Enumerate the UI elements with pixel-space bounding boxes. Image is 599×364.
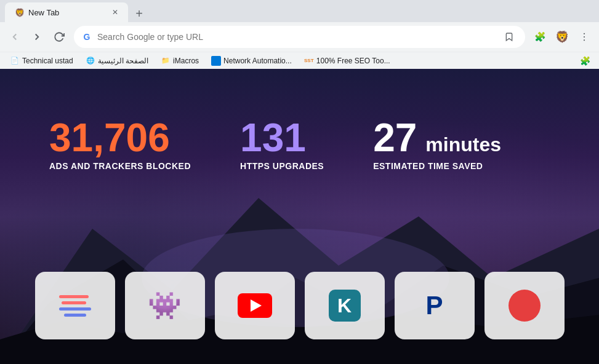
tile-icon-reeder — [506, 287, 543, 324]
menu-icon — [579, 31, 590, 42]
menu-button[interactable] — [574, 27, 594, 47]
bookmark-icon-2: 🌐 — [86, 56, 95, 66]
reeder-icon — [509, 290, 541, 322]
lines-icon — [59, 295, 91, 317]
search-input[interactable] — [97, 32, 496, 42]
tile-icon-1 — [57, 287, 94, 324]
quick-access-grid: 👾 K P — [35, 272, 565, 339]
bookmark-network-auto[interactable]: Network Automatio... — [206, 55, 297, 67]
bookmark-technical-ustad[interactable]: 📄 Technical ustad — [5, 55, 78, 67]
bookmark-icon-4 — [211, 56, 221, 66]
bookmark-icon[interactable] — [501, 28, 518, 46]
stats-section: 31,706 Ads and Trackers Blocked 131 HTTP… — [49, 118, 501, 171]
stat-unit-time: minutes — [425, 133, 501, 156]
tab-bar: 🦁 New Tab ✕ + — [0, 0, 599, 22]
stat-number-time-row: 27 minutes — [373, 118, 501, 161]
reload-icon — [54, 31, 65, 42]
tile-icon-paypal: P — [416, 287, 453, 324]
active-tab[interactable]: 🦁 New Tab ✕ — [5, 2, 128, 22]
bookmark-seo-tools[interactable]: SST 100% Free SEO Too... — [299, 55, 395, 67]
stat-label-https: HTTPS Upgrades — [240, 161, 324, 171]
svg-point-1 — [584, 36, 585, 38]
bookmark-label-3: iMacros — [173, 57, 199, 65]
main-content: 31,706 Ads and Trackers Blocked 131 HTTP… — [0, 69, 599, 364]
forward-icon — [31, 31, 42, 42]
stat-label-ads: Ads and Trackers Blocked — [49, 161, 191, 171]
quick-tile-2[interactable]: 👾 — [125, 272, 205, 339]
quick-tile-klarna[interactable]: K — [305, 272, 385, 339]
stat-number-time: 27 — [373, 118, 417, 157]
bookmark-label-1: Technical ustad — [22, 57, 73, 65]
quick-tile-youtube[interactable] — [215, 272, 295, 339]
quick-tile-reeder[interactable] — [484, 272, 565, 339]
quick-tile-paypal[interactable]: P — [395, 272, 475, 339]
tab-title: New Tab — [28, 8, 59, 17]
stat-number-https: 131 — [240, 118, 324, 157]
bookmark-icon-1: 📄 — [10, 56, 20, 66]
paypal-p: P — [425, 291, 443, 320]
klarna-icon: K — [329, 290, 361, 322]
stat-label-time: Estimated Time Saved — [373, 161, 501, 171]
extensions-bar-icon: 🧩 — [580, 56, 590, 66]
back-button[interactable] — [5, 27, 25, 47]
bookmark-icon-3: 📁 — [161, 56, 171, 66]
google-logo: G — [81, 31, 92, 42]
bookmark-label-4: Network Automatio... — [223, 57, 292, 65]
tab-favicon: 🦁 — [15, 8, 25, 17]
svg-point-2 — [584, 39, 585, 41]
extensions-icon: 🧩 — [534, 31, 546, 42]
tab-close[interactable]: ✕ — [112, 8, 118, 17]
yt-play-button — [251, 299, 262, 312]
paypal-icon: P — [419, 290, 451, 322]
bookmark-imacros[interactable]: 📁 iMacros — [156, 55, 204, 67]
omnibox[interactable]: G — [74, 26, 525, 48]
browser-chrome: 🦁 New Tab ✕ + G — [0, 0, 599, 69]
quick-tile-1[interactable] — [35, 272, 115, 339]
toolbar: G 🧩 🦁 — [0, 22, 599, 52]
bookmark-homepage-arabic[interactable]: 🌐 الصفحة الرئيسية — [81, 55, 153, 67]
tile-icon-yt — [236, 287, 273, 324]
extensions-button[interactable]: 🧩 — [530, 27, 550, 47]
stat-number-ads: 31,706 — [49, 118, 191, 157]
extensions-area: 🧩 — [576, 55, 594, 67]
stat-https: 131 HTTPS Upgrades — [240, 118, 324, 171]
forward-button[interactable] — [27, 27, 47, 47]
extensions-manage[interactable]: 🧩 — [576, 55, 594, 67]
back-icon — [9, 31, 20, 42]
reload-button[interactable] — [49, 27, 69, 47]
bookmarks-bar: 📄 Technical ustad 🌐 الصفحة الرئيسية 📁 iM… — [0, 52, 599, 69]
robot-icon: 👾 — [148, 292, 182, 319]
new-tab-button[interactable]: + — [131, 5, 148, 22]
stat-time-saved: 27 minutes Estimated Time Saved — [373, 118, 501, 171]
profile-button[interactable]: 🦁 — [552, 27, 572, 47]
profile-icon: 🦁 — [555, 30, 569, 44]
bookmark-icon-5: SST — [304, 56, 314, 66]
bookmark-label-2: الصفحة الرئيسية — [98, 57, 148, 65]
youtube-icon — [238, 293, 272, 318]
svg-point-0 — [584, 33, 585, 34]
bookmark-label-5: 100% Free SEO Too... — [316, 57, 390, 65]
stat-ads-blocked: 31,706 Ads and Trackers Blocked — [49, 118, 191, 171]
tile-icon-2: 👾 — [147, 287, 183, 324]
tile-icon-klarna: K — [326, 287, 363, 324]
